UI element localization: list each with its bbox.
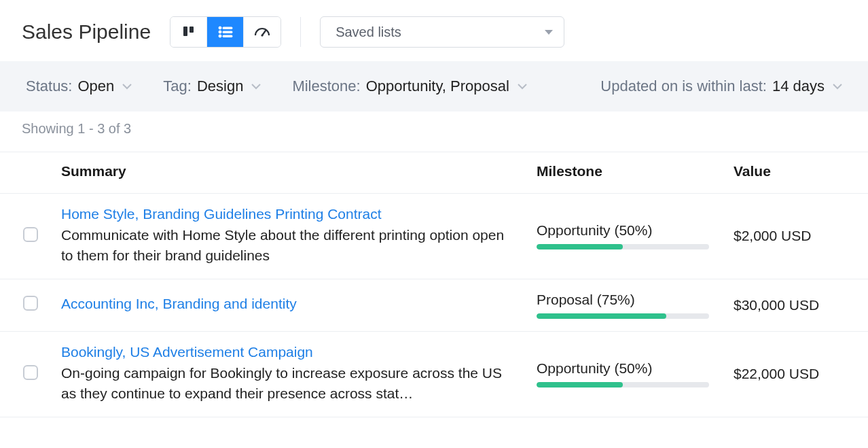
list-icon: [218, 26, 233, 38]
table-header-row: Summary Milestone Value: [0, 152, 868, 194]
cell-summary: Accounting Inc, Branding and identity: [54, 279, 530, 331]
deal-title-link[interactable]: Accounting Inc, Branding and identity: [61, 296, 523, 312]
chevron-down-icon: [122, 84, 132, 90]
deal-description: On-going campaign for Bookingly to incre…: [61, 363, 509, 404]
view-toggle: [170, 16, 281, 48]
filter-milestone-value: Opportunity, Proposal: [366, 77, 509, 95]
deal-description: Communicate with Home Style about the di…: [61, 225, 509, 266]
deal-title-link[interactable]: Home Style, Branding Guidelines Printing…: [61, 206, 523, 222]
svg-rect-1: [189, 27, 194, 33]
cell-milestone: Opportunity (50%): [530, 331, 727, 417]
chevron-down-icon: [251, 84, 261, 90]
gauge-icon: [254, 26, 270, 38]
cell-value: $30,000 USD: [727, 279, 868, 331]
row-checkbox[interactable]: [23, 296, 38, 311]
header-divider: [300, 17, 301, 47]
deal-title-link[interactable]: Bookingly, US Advertisement Campaign: [61, 344, 523, 360]
saved-lists-dropdown[interactable]: Saved lists: [320, 16, 564, 48]
cell-checkbox: [0, 194, 54, 279]
filter-status[interactable]: Status: Open: [26, 77, 132, 95]
cell-checkbox: [0, 279, 54, 331]
svg-rect-5: [223, 31, 232, 33]
board-icon: [183, 26, 195, 38]
chevron-down-icon: [518, 84, 527, 90]
row-checkbox[interactable]: [23, 365, 38, 380]
filter-bar: Status: Open Tag: Design Milestone: Oppo…: [0, 61, 868, 111]
saved-lists-label: Saved lists: [336, 24, 401, 40]
svg-rect-3: [223, 27, 232, 29]
column-summary[interactable]: Summary: [54, 152, 530, 194]
caret-down-icon: [545, 30, 553, 35]
cell-milestone: Opportunity (50%): [530, 194, 727, 279]
row-checkbox[interactable]: [23, 227, 38, 242]
filter-updated[interactable]: Updated on is within last: 14 days: [600, 77, 842, 95]
filter-milestone[interactable]: Milestone: Opportunity, Proposal: [292, 77, 526, 95]
results-count: Showing 1 - 3 of 3: [0, 111, 868, 152]
table-row: Home Style, Branding Guidelines Printing…: [0, 194, 868, 279]
cell-summary: Bookingly, US Advertisement CampaignOn-g…: [54, 331, 530, 417]
svg-point-2: [219, 27, 221, 29]
svg-rect-7: [223, 35, 232, 37]
filter-status-label: Status:: [26, 77, 72, 95]
filter-milestone-label: Milestone:: [292, 77, 360, 95]
milestone-progress-bar: [537, 382, 623, 387]
cell-checkbox: [0, 331, 54, 417]
view-board-button[interactable]: [170, 17, 207, 47]
column-value[interactable]: Value: [727, 152, 868, 194]
svg-rect-0: [183, 27, 187, 36]
milestone-progress-bar: [537, 313, 666, 319]
milestone-progress: [537, 382, 709, 387]
milestone-label: Opportunity (50%): [537, 222, 720, 239]
table-row: Bookingly, US Advertisement CampaignOn-g…: [0, 331, 868, 417]
filter-status-value: Open: [77, 77, 114, 95]
page-title: Sales Pipeline: [22, 20, 151, 44]
milestone-progress: [537, 313, 709, 319]
deals-table: Summary Milestone Value Home Style, Bran…: [0, 152, 868, 417]
view-dashboard-button[interactable]: [244, 17, 281, 47]
filter-tag-value: Design: [197, 77, 243, 95]
column-milestone[interactable]: Milestone: [530, 152, 727, 194]
filter-updated-label: Updated on is within last:: [600, 77, 767, 95]
filter-updated-value: 14 days: [772, 77, 825, 95]
milestone-label: Opportunity (50%): [537, 360, 720, 377]
cell-value: $2,000 USD: [727, 194, 868, 279]
cell-summary: Home Style, Branding Guidelines Printing…: [54, 194, 530, 279]
svg-point-9: [261, 34, 264, 36]
svg-point-4: [219, 31, 221, 33]
filter-tag[interactable]: Tag: Design: [163, 77, 261, 95]
table-row: Accounting Inc, Branding and identityPro…: [0, 279, 868, 331]
milestone-progress-bar: [537, 244, 623, 249]
view-list-button[interactable]: [207, 17, 244, 47]
filter-tag-label: Tag:: [163, 77, 192, 95]
milestone-label: Proposal (75%): [537, 292, 720, 308]
cell-value: $22,000 USD: [727, 331, 868, 417]
chevron-down-icon: [833, 84, 842, 90]
svg-point-6: [219, 35, 221, 37]
header: Sales Pipeline: [0, 0, 868, 61]
milestone-progress: [537, 244, 709, 249]
cell-milestone: Proposal (75%): [530, 279, 727, 331]
column-checkbox: [0, 152, 54, 194]
